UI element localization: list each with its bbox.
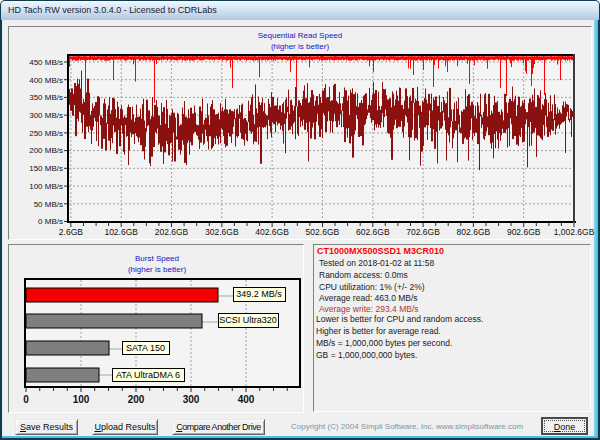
- svg-text:102.6GB: 102.6GB: [104, 227, 138, 237]
- svg-text:802.6GB: 802.6GB: [457, 227, 491, 237]
- svg-text:Sequential Read Speed: Sequential Read Speed: [258, 31, 343, 40]
- svg-text:450 MB/s: 450 MB/s: [29, 58, 63, 67]
- svg-text:1,002.6GB: 1,002.6GB: [554, 227, 595, 237]
- svg-text:902.6GB: 902.6GB: [507, 227, 541, 237]
- svg-text:300: 300: [183, 394, 200, 405]
- svg-text:200 MB/s: 200 MB/s: [29, 146, 63, 155]
- svg-text:Burst Speed: Burst Speed: [135, 254, 179, 263]
- svg-text:150 MB/s: 150 MB/s: [29, 164, 63, 173]
- svg-text:400 MB/s: 400 MB/s: [29, 76, 63, 85]
- svg-text:350 MB/s: 350 MB/s: [29, 93, 63, 102]
- svg-text:100: 100: [73, 394, 90, 405]
- svg-text:SATA 150: SATA 150: [126, 343, 165, 353]
- svg-text:200: 200: [128, 394, 145, 405]
- svg-text:(higher is better): (higher is better): [271, 42, 330, 51]
- svg-text:302.6GB: 302.6GB: [205, 227, 239, 237]
- svg-text:0: 0: [23, 394, 29, 405]
- svg-text:400: 400: [238, 394, 255, 405]
- svg-text:100 MB/s: 100 MB/s: [29, 182, 63, 191]
- svg-text:ATA UltraDMA 6: ATA UltraDMA 6: [116, 370, 180, 380]
- svg-text:202.6GB: 202.6GB: [155, 227, 189, 237]
- svg-text:0 MB/s: 0 MB/s: [38, 217, 63, 226]
- svg-text:2.6GB: 2.6GB: [59, 227, 83, 237]
- svg-text:502.6GB: 502.6GB: [306, 227, 340, 237]
- svg-text:SCSI Ultra320: SCSI Ultra320: [219, 315, 277, 325]
- svg-text:349.2 MB/s: 349.2 MB/s: [236, 289, 282, 299]
- svg-text:602.6GB: 602.6GB: [356, 227, 390, 237]
- svg-text:250 MB/s: 250 MB/s: [29, 129, 63, 138]
- svg-text:(higher is better): (higher is better): [128, 265, 187, 274]
- svg-text:402.6GB: 402.6GB: [255, 227, 289, 237]
- svg-text:702.6GB: 702.6GB: [406, 227, 440, 237]
- svg-text:50 MB/s: 50 MB/s: [34, 200, 63, 209]
- svg-text:300 MB/s: 300 MB/s: [29, 111, 63, 120]
